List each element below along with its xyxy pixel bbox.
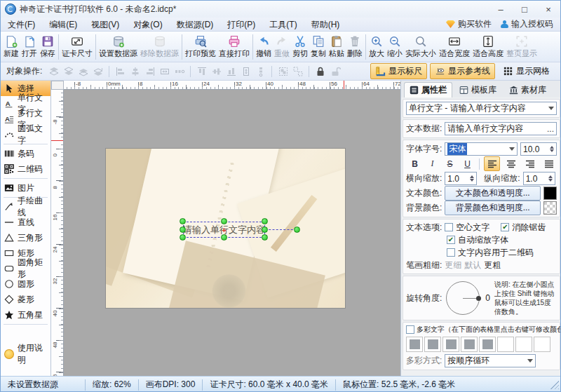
align-right-objects-icon xyxy=(144,65,156,77)
multicolor-text-checkbox[interactable] xyxy=(406,325,414,334)
text-color-button[interactable]: 文本颜色和透明度... xyxy=(445,186,541,201)
color-cell[interactable] xyxy=(442,337,459,352)
spinner-arrows-icon[interactable] xyxy=(548,175,553,182)
color-cell[interactable] xyxy=(461,337,478,352)
strikethrough-button[interactable]: S xyxy=(442,156,457,171)
bold-button[interactable]: B xyxy=(407,156,422,171)
tool-diamond[interactable]: 菱形 xyxy=(1,292,50,307)
italic-button[interactable]: I xyxy=(425,156,440,171)
tool-qrcode[interactable]: 二维码 xyxy=(1,161,50,177)
print-preview-button[interactable]: 打印预览 xyxy=(184,34,217,60)
show-grid-toggle[interactable]: 显示网格 xyxy=(498,63,555,79)
cut-button[interactable]: 剪切 xyxy=(291,34,309,60)
minimize-button[interactable]: – xyxy=(489,1,513,18)
menu-datasource[interactable]: 数据源(D) xyxy=(170,18,221,32)
spinner-arrows-icon[interactable] xyxy=(470,175,474,182)
resize-handle-ne[interactable] xyxy=(262,218,268,224)
align-justify-button[interactable] xyxy=(541,156,557,171)
scale-v-spinner[interactable]: 1.0 xyxy=(523,172,555,185)
set-datasource-button[interactable]: 设置数据源 xyxy=(97,34,139,60)
tool-barcode[interactable]: 条码 xyxy=(1,146,50,161)
show-guides-toggle[interactable]: 显示参考线 xyxy=(430,63,495,79)
tool-freehand-curve[interactable]: 手绘曲线 xyxy=(1,199,50,215)
tab-material-library[interactable]: 素材库 xyxy=(503,82,552,97)
bg-color-swatch[interactable] xyxy=(543,201,557,215)
rotation-knob[interactable] xyxy=(476,296,481,301)
resize-handle-w[interactable] xyxy=(180,227,186,233)
help-link[interactable]: 使用说明 xyxy=(1,342,50,366)
zoom-out-button[interactable]: 缩小 xyxy=(386,34,404,60)
align-left-button[interactable] xyxy=(484,156,500,171)
tool-star[interactable]: 五角星 xyxy=(1,307,50,323)
scale-h-spinner[interactable]: 1.0 xyxy=(445,172,477,185)
color-cell[interactable] xyxy=(479,337,496,352)
resize-handle-s[interactable] xyxy=(221,234,227,241)
new-button[interactable]: 新建 xyxy=(2,34,20,60)
delete-button[interactable]: 删除 xyxy=(346,34,364,60)
color-cell[interactable] xyxy=(534,337,550,352)
resize-handle-n[interactable] xyxy=(221,218,227,224)
tab-properties[interactable]: 属性栏 xyxy=(404,82,452,97)
color-cell[interactable] xyxy=(424,337,441,352)
menu-help[interactable]: 帮助(H) xyxy=(304,18,347,32)
menu-edit[interactable]: 编辑(E) xyxy=(42,18,84,32)
rotation-handle[interactable] xyxy=(294,227,300,233)
stroke-thicker-button[interactable]: 更粗 xyxy=(484,259,501,271)
color-cell[interactable] xyxy=(406,337,423,352)
multicolor-mode-dropdown[interactable]: 按顺序循环 xyxy=(445,354,536,367)
tool-triangle[interactable]: 三角形 xyxy=(1,230,50,245)
open-button[interactable]: 打开 xyxy=(20,34,39,60)
copy-button[interactable]: 复制 xyxy=(309,34,327,60)
resize-grip[interactable] xyxy=(550,381,559,389)
tool-image[interactable]: 图片 xyxy=(1,180,50,196)
tab-template-library[interactable]: 模板库 xyxy=(454,82,502,97)
autoscale-font-checkbox[interactable] xyxy=(447,236,455,244)
buy-software-link[interactable]: 购买软件 xyxy=(446,18,492,30)
design-canvas[interactable]: 请输入单行文字内容 + xyxy=(64,90,400,376)
resize-handle-se[interactable] xyxy=(262,234,268,241)
fit-width-button[interactable]: 适合宽度 xyxy=(438,34,471,60)
save-button[interactable]: 保存 xyxy=(39,34,57,60)
fit-height-button[interactable]: 适合高度 xyxy=(471,34,505,60)
paste-button[interactable]: 粘贴 xyxy=(327,34,346,60)
menu-print[interactable]: 打印(P) xyxy=(220,18,262,32)
font-size-spinner[interactable]: 10.0 xyxy=(520,142,557,156)
show-ruler-toggle[interactable]: 显示标尺 xyxy=(370,63,427,79)
underline-button[interactable]: U xyxy=(460,156,475,171)
resize-handle-sw[interactable] xyxy=(180,234,186,241)
text-color-swatch[interactable] xyxy=(543,187,557,200)
zoom-in-button[interactable]: 放大 xyxy=(367,34,386,60)
text-data-input[interactable]: 请输入单行文字内容 ... xyxy=(445,122,557,135)
actual-size-button[interactable]: 实际大小 xyxy=(404,34,438,60)
enter-license-link[interactable]: 输入授权码 xyxy=(500,18,553,30)
tool-rounded-rectangle[interactable]: 圆角矩形 xyxy=(1,261,50,276)
font-family-combo[interactable]: 宋体 xyxy=(445,142,518,156)
color-cell[interactable] xyxy=(515,337,532,352)
menu-tools[interactable]: 工具(T) xyxy=(262,18,304,32)
rotation-dial[interactable] xyxy=(446,281,480,315)
browse-button[interactable]: ... xyxy=(547,126,554,133)
maximize-button[interactable]: □ xyxy=(513,1,536,18)
card-size-button[interactable]: 证卡尺寸 xyxy=(60,34,94,60)
resize-handle-nw[interactable] xyxy=(180,218,186,224)
direct-print-button[interactable]: 直接打印 xyxy=(217,34,251,60)
hollow-text-checkbox[interactable] xyxy=(445,223,453,231)
menu-object[interactable]: 对象(O) xyxy=(126,18,169,32)
tool-arc-text[interactable]: 圆弧文字 xyxy=(1,127,50,142)
align-right-button[interactable] xyxy=(522,156,538,171)
align-center-button[interactable] xyxy=(503,156,519,171)
close-button[interactable]: × xyxy=(536,1,560,18)
same-height-icon xyxy=(240,65,252,77)
color-cell[interactable] xyxy=(497,337,514,352)
menu-view[interactable]: 视图(V) xyxy=(84,18,126,32)
antialias-checkbox[interactable] xyxy=(501,223,509,231)
bg-color-button[interactable]: 背景颜色和透明度... xyxy=(445,201,541,215)
undo-button[interactable]: 撤销 xyxy=(255,34,273,60)
circle-icon xyxy=(4,279,14,289)
resize-handle-e[interactable] xyxy=(262,227,268,233)
object-selector-dropdown[interactable]: 单行文字 - 请输入单行文字内容 xyxy=(406,102,557,115)
menu-file[interactable]: 文件(F) xyxy=(1,18,42,32)
spinner-arrows-icon[interactable] xyxy=(550,146,554,152)
text-as-qrcode-checkbox[interactable] xyxy=(447,248,455,257)
lock-icon[interactable] xyxy=(314,65,326,77)
